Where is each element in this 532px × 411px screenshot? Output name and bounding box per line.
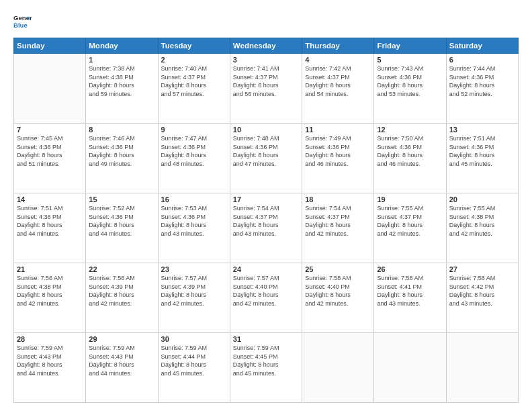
calendar-week-row: 21Sunrise: 7:56 AM Sunset: 4:38 PM Dayli…	[14, 263, 519, 333]
day-number: 26	[377, 265, 443, 273]
calendar-cell: 17Sunrise: 7:54 AM Sunset: 4:37 PM Dayli…	[230, 193, 302, 263]
day-number: 3	[233, 56, 299, 64]
calendar-cell: 29Sunrise: 7:59 AM Sunset: 4:43 PM Dayli…	[86, 333, 158, 403]
day-info: Sunrise: 7:53 AM Sunset: 4:36 PM Dayligh…	[161, 204, 227, 238]
day-info: Sunrise: 7:52 AM Sunset: 4:36 PM Dayligh…	[89, 204, 154, 238]
day-info: Sunrise: 7:49 AM Sunset: 4:36 PM Dayligh…	[305, 134, 371, 168]
calendar-cell: 22Sunrise: 7:56 AM Sunset: 4:39 PM Dayli…	[86, 263, 158, 333]
calendar-cell: 28Sunrise: 7:59 AM Sunset: 4:43 PM Dayli…	[14, 333, 86, 403]
calendar-cell: 14Sunrise: 7:51 AM Sunset: 4:36 PM Dayli…	[14, 193, 86, 263]
weekday-header: Saturday	[446, 38, 518, 54]
calendar-cell	[302, 333, 374, 403]
calendar-week-row: 1Sunrise: 7:38 AM Sunset: 4:38 PM Daylig…	[14, 54, 519, 124]
calendar-cell	[14, 54, 86, 124]
day-number: 13	[449, 126, 515, 134]
day-number: 23	[161, 265, 227, 273]
day-number: 5	[377, 56, 443, 64]
calendar-cell: 12Sunrise: 7:50 AM Sunset: 4:36 PM Dayli…	[374, 124, 446, 193]
day-number: 11	[305, 126, 371, 134]
day-number: 18	[305, 195, 371, 203]
day-info: Sunrise: 7:54 AM Sunset: 4:37 PM Dayligh…	[305, 204, 371, 238]
day-number: 30	[161, 335, 227, 343]
day-info: Sunrise: 7:47 AM Sunset: 4:36 PM Dayligh…	[161, 134, 227, 168]
calendar-cell: 3Sunrise: 7:41 AM Sunset: 4:37 PM Daylig…	[230, 54, 302, 124]
day-info: Sunrise: 7:59 AM Sunset: 4:44 PM Dayligh…	[161, 344, 227, 377]
calendar-cell: 18Sunrise: 7:54 AM Sunset: 4:37 PM Dayli…	[302, 193, 374, 263]
calendar-week-row: 7Sunrise: 7:45 AM Sunset: 4:36 PM Daylig…	[14, 124, 519, 193]
calendar-cell: 6Sunrise: 7:44 AM Sunset: 4:36 PM Daylig…	[446, 54, 518, 124]
day-info: Sunrise: 7:58 AM Sunset: 4:41 PM Dayligh…	[377, 274, 443, 308]
day-info: Sunrise: 7:51 AM Sunset: 4:36 PM Dayligh…	[17, 204, 83, 238]
weekday-header: Sunday	[14, 38, 86, 54]
calendar-cell: 20Sunrise: 7:55 AM Sunset: 4:38 PM Dayli…	[446, 193, 518, 263]
day-number: 9	[161, 126, 227, 134]
day-info: Sunrise: 7:55 AM Sunset: 4:38 PM Dayligh…	[449, 204, 515, 238]
calendar-cell: 25Sunrise: 7:58 AM Sunset: 4:40 PM Dayli…	[302, 263, 374, 333]
day-number: 7	[17, 126, 83, 134]
day-number: 31	[233, 335, 299, 343]
day-info: Sunrise: 7:57 AM Sunset: 4:40 PM Dayligh…	[233, 274, 299, 308]
day-info: Sunrise: 7:56 AM Sunset: 4:39 PM Dayligh…	[89, 274, 154, 308]
day-info: Sunrise: 7:57 AM Sunset: 4:39 PM Dayligh…	[161, 274, 227, 308]
calendar-cell: 31Sunrise: 7:59 AM Sunset: 4:45 PM Dayli…	[230, 333, 302, 403]
day-info: Sunrise: 7:55 AM Sunset: 4:37 PM Dayligh…	[377, 204, 443, 238]
day-info: Sunrise: 7:59 AM Sunset: 4:43 PM Dayligh…	[17, 344, 83, 377]
calendar-week-row: 28Sunrise: 7:59 AM Sunset: 4:43 PM Dayli…	[14, 333, 519, 403]
day-info: Sunrise: 7:38 AM Sunset: 4:38 PM Dayligh…	[89, 64, 154, 98]
day-number: 10	[233, 126, 299, 134]
day-number: 28	[17, 335, 83, 343]
day-number: 16	[161, 195, 227, 203]
day-number: 21	[17, 265, 83, 273]
calendar-cell: 7Sunrise: 7:45 AM Sunset: 4:36 PM Daylig…	[14, 124, 86, 193]
day-info: Sunrise: 7:58 AM Sunset: 4:40 PM Dayligh…	[305, 274, 371, 308]
weekday-header: Wednesday	[230, 38, 302, 54]
day-info: Sunrise: 7:59 AM Sunset: 4:45 PM Dayligh…	[233, 344, 299, 377]
day-number: 8	[89, 126, 154, 134]
calendar-cell: 30Sunrise: 7:59 AM Sunset: 4:44 PM Dayli…	[158, 333, 230, 403]
weekday-header: Friday	[374, 38, 446, 54]
header: General Blue	[13, 12, 519, 31]
calendar-cell	[446, 333, 518, 403]
day-info: Sunrise: 7:43 AM Sunset: 4:36 PM Dayligh…	[377, 64, 443, 98]
weekday-header: Monday	[86, 38, 158, 54]
day-number: 12	[377, 126, 443, 134]
calendar-cell: 15Sunrise: 7:52 AM Sunset: 4:36 PM Dayli…	[86, 193, 158, 263]
calendar-cell: 4Sunrise: 7:42 AM Sunset: 4:37 PM Daylig…	[302, 54, 374, 124]
svg-text:Blue: Blue	[13, 21, 28, 29]
day-number: 20	[449, 195, 515, 203]
page: General Blue SundayMondayTuesdayWednesda…	[0, 0, 532, 411]
calendar-cell: 27Sunrise: 7:58 AM Sunset: 4:42 PM Dayli…	[446, 263, 518, 333]
day-info: Sunrise: 7:50 AM Sunset: 4:36 PM Dayligh…	[377, 134, 443, 168]
weekday-header: Tuesday	[158, 38, 230, 54]
calendar-cell: 19Sunrise: 7:55 AM Sunset: 4:37 PM Dayli…	[374, 193, 446, 263]
day-number: 22	[89, 265, 154, 273]
calendar-week-row: 14Sunrise: 7:51 AM Sunset: 4:36 PM Dayli…	[14, 193, 519, 263]
day-number: 17	[233, 195, 299, 203]
day-info: Sunrise: 7:58 AM Sunset: 4:42 PM Dayligh…	[449, 274, 515, 308]
day-info: Sunrise: 7:41 AM Sunset: 4:37 PM Dayligh…	[233, 64, 299, 98]
calendar-cell: 13Sunrise: 7:51 AM Sunset: 4:36 PM Dayli…	[446, 124, 518, 193]
logo-icon: General Blue	[13, 12, 32, 31]
day-number: 25	[305, 265, 371, 273]
day-info: Sunrise: 7:59 AM Sunset: 4:43 PM Dayligh…	[89, 344, 154, 377]
calendar-cell: 1Sunrise: 7:38 AM Sunset: 4:38 PM Daylig…	[86, 54, 158, 124]
day-number: 6	[449, 56, 515, 64]
weekday-header: Thursday	[302, 38, 374, 54]
day-number: 15	[89, 195, 154, 203]
day-info: Sunrise: 7:48 AM Sunset: 4:36 PM Dayligh…	[233, 134, 299, 168]
day-number: 24	[233, 265, 299, 273]
day-number: 1	[89, 56, 154, 64]
calendar-table: SundayMondayTuesdayWednesdayThursdayFrid…	[13, 38, 519, 403]
day-number: 14	[17, 195, 83, 203]
calendar-cell: 21Sunrise: 7:56 AM Sunset: 4:38 PM Dayli…	[14, 263, 86, 333]
logo: General Blue	[13, 12, 34, 31]
calendar-cell: 10Sunrise: 7:48 AM Sunset: 4:36 PM Dayli…	[230, 124, 302, 193]
calendar-cell: 23Sunrise: 7:57 AM Sunset: 4:39 PM Dayli…	[158, 263, 230, 333]
calendar-cell: 9Sunrise: 7:47 AM Sunset: 4:36 PM Daylig…	[158, 124, 230, 193]
calendar-cell: 24Sunrise: 7:57 AM Sunset: 4:40 PM Dayli…	[230, 263, 302, 333]
day-info: Sunrise: 7:54 AM Sunset: 4:37 PM Dayligh…	[233, 204, 299, 238]
calendar-cell	[374, 333, 446, 403]
day-number: 29	[89, 335, 154, 343]
day-info: Sunrise: 7:56 AM Sunset: 4:38 PM Dayligh…	[17, 274, 83, 308]
day-number: 19	[377, 195, 443, 203]
